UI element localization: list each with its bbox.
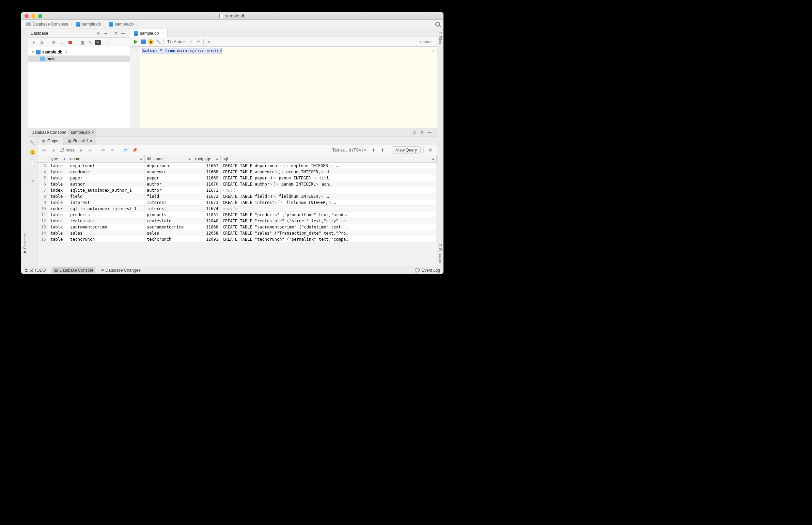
code-area[interactable]: select * from main.sqlite_master ✓ [140, 47, 437, 128]
console-header-tab[interactable]: sample.db × [68, 130, 97, 135]
console-tab-result[interactable]: ▦ Result 1 × [63, 137, 96, 145]
wrench-icon[interactable]: 🔧 [29, 139, 36, 146]
gear-icon[interactable]: ⚙ [426, 146, 434, 154]
tool-label: 1: Database [23, 32, 27, 52]
close-icon[interactable]: × [91, 130, 94, 135]
table-row[interactable]: 6tableauthorauthor11670CREATE TABLE auth… [38, 181, 437, 187]
new-console-icon[interactable] [139, 38, 147, 46]
download-icon[interactable]: ⬇ [370, 146, 378, 154]
refresh-icon[interactable]: ⟳ [50, 39, 58, 46]
tool-db-console[interactable]: ▦ Database Console [52, 267, 95, 273]
stop-grey-icon[interactable]: ■ [205, 38, 212, 46]
console-tab-output[interactable]: ▤ Output [38, 137, 63, 145]
column-rownum[interactable] [38, 155, 48, 162]
table-row[interactable]: 9tableinterestinterest11673CREATE TABLE … [38, 199, 437, 206]
breadcrumb-2[interactable]: sample.db [108, 22, 135, 27]
schema-selector[interactable]: main ▾ [420, 40, 432, 44]
sync-icon[interactable]: ⤓ [58, 39, 66, 46]
minimize-panel-icon[interactable]: — [426, 130, 432, 135]
titlebar: sample.db [21, 12, 443, 20]
table-row[interactable]: 5tablepaperpaper11669CREATE TABLE paper␍… [38, 175, 437, 181]
tool-todo[interactable]: ≣ 6: TODO [25, 268, 46, 273]
breadcrumb-0[interactable]: Database Consoles [25, 22, 70, 27]
commit-icon[interactable]: ✓ [187, 38, 194, 46]
first-page-icon[interactable]: ⏮ [40, 146, 48, 154]
table-row[interactable]: 3tabledepartmentdepartment11667CREATE TA… [38, 163, 437, 169]
column-type[interactable]: type◆ [48, 155, 68, 162]
pin-icon[interactable]: 📌 [131, 146, 138, 154]
column-tblname[interactable]: tbl_name◆ [145, 155, 193, 162]
line-number: 1 [130, 48, 138, 53]
tab-label: Result 1 [73, 138, 88, 143]
search-icon[interactable] [435, 22, 440, 27]
stop-grey-icon[interactable]: ■ [109, 146, 116, 154]
close-icon[interactable]: × [161, 31, 163, 35]
tool-structure[interactable]: 7: Structure [438, 244, 442, 263]
table-row[interactable]: 14tablesalessales12058CREATE TABLE "sale… [38, 230, 437, 236]
console-left-toolbar: 🔧 p 📄 ▭ ■ [28, 137, 38, 266]
column-sql[interactable]: sql◆ [221, 155, 437, 162]
tool-event-log[interactable]: 💬 Event Log [415, 268, 440, 273]
stop-grey-icon[interactable]: ■ [29, 177, 36, 184]
wrench-icon[interactable]: 🔧 [154, 38, 162, 46]
target-icon[interactable]: ◎ [411, 130, 417, 135]
tool-database[interactable]: 1: Database [23, 32, 27, 52]
tree-node-root[interactable]: ▼ sample.db 1 [28, 49, 130, 56]
gear-icon[interactable]: ⚙ [113, 30, 119, 36]
run-button[interactable] [132, 38, 139, 46]
console-plus-icon[interactable]: 📄 [29, 158, 36, 165]
tool-db-changes[interactable]: ≡ Database Changes [101, 268, 140, 273]
editor-tab-sample[interactable]: sample.db × [130, 29, 167, 37]
compare-icon[interactable]: ⇄ [122, 146, 130, 154]
table-row[interactable]: 13tablesacramentocrimesacramentocrime118… [38, 224, 437, 230]
grid-icon: ▦ [67, 138, 72, 143]
stop-icon [69, 41, 72, 44]
table-icon[interactable]: ▦ [78, 39, 86, 46]
tx-mode[interactable]: Tx: Auto ▾ [167, 40, 185, 44]
edit-icon[interactable]: ✎ [87, 39, 94, 46]
split-icon[interactable]: ⇥ [103, 30, 109, 36]
prev-page-icon[interactable]: ◀ [49, 146, 57, 154]
refresh-icon[interactable]: ⟳ [100, 146, 107, 154]
chevron-right-icon[interactable]: › [105, 39, 113, 46]
stop-button[interactable] [67, 39, 74, 46]
minimize-panel-icon[interactable]: — [120, 30, 127, 36]
profile-badge[interactable]: p [29, 148, 36, 156]
column-rootpage[interactable]: rootpage◆ [193, 155, 221, 162]
close-icon[interactable]: × [90, 138, 92, 143]
table-row[interactable]: 8tablefieldfield11672CREATE TABLE field␍… [38, 193, 437, 199]
layout-icon[interactable]: ▭ [29, 167, 36, 175]
table-row[interactable]: 4tableacademicacademic11668CREATE TABLE … [38, 169, 437, 175]
table-row[interactable]: 7indexsqlite_autoindex_author_1author116… [38, 187, 437, 193]
add-icon[interactable]: + [30, 39, 38, 46]
gear-icon[interactable]: ⚙ [419, 130, 425, 135]
output-icon: ▤ [41, 138, 46, 143]
editor-tabs: sample.db × [130, 29, 437, 37]
copy-icon[interactable]: ⧉ [38, 39, 46, 46]
column-name[interactable]: name◆ [68, 155, 145, 162]
breadcrumb-1[interactable]: sample.db [75, 22, 102, 27]
table-body: 3tabledepartmentdepartment11667CREATE TA… [38, 163, 437, 242]
tree-node-schema[interactable]: main [28, 56, 130, 62]
profile-badge[interactable]: p [147, 38, 154, 46]
tool-files[interactable]: 2: Files [438, 32, 442, 44]
main-layout: 1: Database Database ◎ ⇥ ⚙ — [21, 29, 443, 266]
table-row[interactable]: 10indexsqlite_autoindex_interest_1intere… [38, 206, 437, 212]
tool-favorites[interactable]: ★ Favorites [23, 233, 27, 254]
next-page-icon[interactable]: ▶ [78, 146, 85, 154]
table-row[interactable]: 15tabletechcrunchtechcrunch12091CREATE T… [38, 236, 437, 242]
upload-icon[interactable]: ⬆ [379, 146, 386, 154]
right-tool-stripe: 2: Files 7: Structure [437, 29, 443, 266]
rollback-icon[interactable]: ↶ [194, 38, 202, 46]
last-page-icon[interactable]: ⏭ [87, 146, 94, 154]
breadcrumb-label: sample.db [115, 22, 134, 27]
disclosure-down-icon[interactable]: ▼ [31, 50, 34, 54]
view-query-button[interactable]: View Query [392, 146, 420, 154]
tab-label: sample.db [140, 31, 159, 36]
table-row[interactable]: 12tablerealestaterealestate11840CREATE T… [38, 218, 437, 224]
export-format[interactable]: Tab-se…d (TSV) ⇅ [333, 148, 367, 152]
ql-badge-icon[interactable]: QL [95, 40, 101, 45]
code-editor[interactable]: 1 select * from main.sqlite_master ✓ [130, 47, 437, 128]
target-icon[interactable]: ◎ [95, 30, 101, 36]
table-row[interactable]: 11tableproductsproducts11831CREATE TABLE… [38, 212, 437, 218]
